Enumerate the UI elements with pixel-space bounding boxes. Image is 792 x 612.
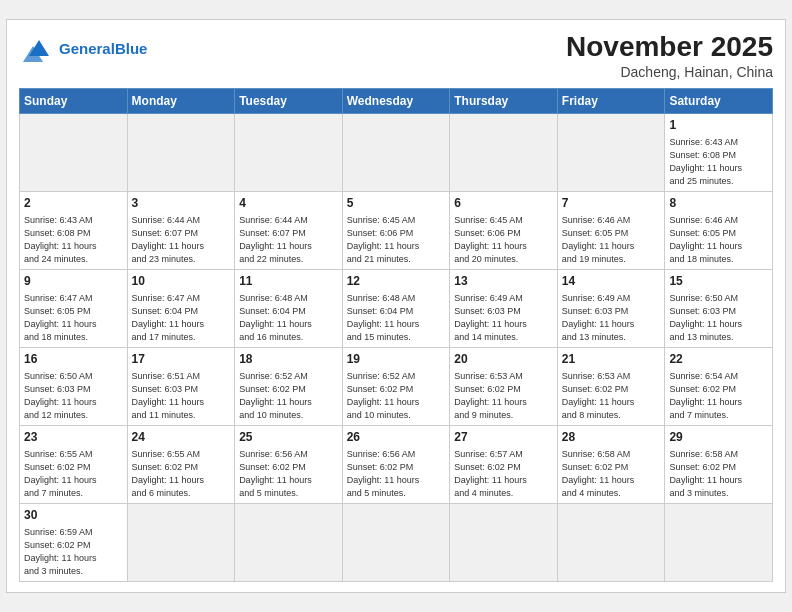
day-cell xyxy=(450,113,558,191)
day-cell: 28Sunrise: 6:58 AM Sunset: 6:02 PM Dayli… xyxy=(557,425,665,503)
day-info: Sunrise: 6:55 AM Sunset: 6:02 PM Dayligh… xyxy=(24,448,123,500)
day-cell: 9Sunrise: 6:47 AM Sunset: 6:05 PM Daylig… xyxy=(20,269,128,347)
day-cell: 21Sunrise: 6:53 AM Sunset: 6:02 PM Dayli… xyxy=(557,347,665,425)
day-cell: 5Sunrise: 6:45 AM Sunset: 6:06 PM Daylig… xyxy=(342,191,450,269)
day-info: Sunrise: 6:58 AM Sunset: 6:02 PM Dayligh… xyxy=(562,448,661,500)
day-number: 12 xyxy=(347,273,446,290)
day-cell: 26Sunrise: 6:56 AM Sunset: 6:02 PM Dayli… xyxy=(342,425,450,503)
day-info: Sunrise: 6:43 AM Sunset: 6:08 PM Dayligh… xyxy=(24,214,123,266)
day-info: Sunrise: 6:47 AM Sunset: 6:04 PM Dayligh… xyxy=(132,292,231,344)
day-cell: 8Sunrise: 6:46 AM Sunset: 6:05 PM Daylig… xyxy=(665,191,773,269)
day-cell: 19Sunrise: 6:52 AM Sunset: 6:02 PM Dayli… xyxy=(342,347,450,425)
day-number: 23 xyxy=(24,429,123,446)
day-number: 22 xyxy=(669,351,768,368)
day-cell: 18Sunrise: 6:52 AM Sunset: 6:02 PM Dayli… xyxy=(235,347,343,425)
week-row-0: 1Sunrise: 6:43 AM Sunset: 6:08 PM Daylig… xyxy=(20,113,773,191)
day-info: Sunrise: 6:44 AM Sunset: 6:07 PM Dayligh… xyxy=(239,214,338,266)
col-header-sunday: Sunday xyxy=(20,88,128,113)
header-row: SundayMondayTuesdayWednesdayThursdayFrid… xyxy=(20,88,773,113)
day-number: 2 xyxy=(24,195,123,212)
day-number: 30 xyxy=(24,507,123,524)
day-number: 13 xyxy=(454,273,553,290)
day-cell xyxy=(557,113,665,191)
day-cell xyxy=(342,503,450,581)
day-number: 7 xyxy=(562,195,661,212)
col-header-saturday: Saturday xyxy=(665,88,773,113)
day-info: Sunrise: 6:47 AM Sunset: 6:05 PM Dayligh… xyxy=(24,292,123,344)
day-number: 14 xyxy=(562,273,661,290)
day-number: 25 xyxy=(239,429,338,446)
day-cell xyxy=(20,113,128,191)
col-header-tuesday: Tuesday xyxy=(235,88,343,113)
col-header-thursday: Thursday xyxy=(450,88,558,113)
day-info: Sunrise: 6:52 AM Sunset: 6:02 PM Dayligh… xyxy=(239,370,338,422)
day-cell: 17Sunrise: 6:51 AM Sunset: 6:03 PM Dayli… xyxy=(127,347,235,425)
day-number: 26 xyxy=(347,429,446,446)
day-number: 17 xyxy=(132,351,231,368)
week-row-1: 2Sunrise: 6:43 AM Sunset: 6:08 PM Daylig… xyxy=(20,191,773,269)
day-info: Sunrise: 6:44 AM Sunset: 6:07 PM Dayligh… xyxy=(132,214,231,266)
day-cell: 13Sunrise: 6:49 AM Sunset: 6:03 PM Dayli… xyxy=(450,269,558,347)
header: GeneralBlue November 2025 Dacheng, Haina… xyxy=(19,30,773,80)
day-cell: 14Sunrise: 6:49 AM Sunset: 6:03 PM Dayli… xyxy=(557,269,665,347)
day-cell xyxy=(665,503,773,581)
day-cell: 6Sunrise: 6:45 AM Sunset: 6:06 PM Daylig… xyxy=(450,191,558,269)
day-cell xyxy=(127,503,235,581)
day-info: Sunrise: 6:59 AM Sunset: 6:02 PM Dayligh… xyxy=(24,526,123,578)
location-subtitle: Dacheng, Hainan, China xyxy=(566,64,773,80)
day-info: Sunrise: 6:43 AM Sunset: 6:08 PM Dayligh… xyxy=(669,136,768,188)
day-number: 20 xyxy=(454,351,553,368)
logo-icon xyxy=(19,34,55,64)
day-cell: 27Sunrise: 6:57 AM Sunset: 6:02 PM Dayli… xyxy=(450,425,558,503)
day-cell: 15Sunrise: 6:50 AM Sunset: 6:03 PM Dayli… xyxy=(665,269,773,347)
col-header-friday: Friday xyxy=(557,88,665,113)
day-info: Sunrise: 6:48 AM Sunset: 6:04 PM Dayligh… xyxy=(239,292,338,344)
day-number: 19 xyxy=(347,351,446,368)
day-cell: 2Sunrise: 6:43 AM Sunset: 6:08 PM Daylig… xyxy=(20,191,128,269)
day-number: 5 xyxy=(347,195,446,212)
day-cell: 1Sunrise: 6:43 AM Sunset: 6:08 PM Daylig… xyxy=(665,113,773,191)
day-info: Sunrise: 6:51 AM Sunset: 6:03 PM Dayligh… xyxy=(132,370,231,422)
day-number: 28 xyxy=(562,429,661,446)
day-info: Sunrise: 6:58 AM Sunset: 6:02 PM Dayligh… xyxy=(669,448,768,500)
day-number: 1 xyxy=(669,117,768,134)
day-number: 21 xyxy=(562,351,661,368)
col-header-monday: Monday xyxy=(127,88,235,113)
day-number: 11 xyxy=(239,273,338,290)
day-cell: 24Sunrise: 6:55 AM Sunset: 6:02 PM Dayli… xyxy=(127,425,235,503)
logo-text: GeneralBlue xyxy=(59,41,147,58)
day-cell: 11Sunrise: 6:48 AM Sunset: 6:04 PM Dayli… xyxy=(235,269,343,347)
day-number: 10 xyxy=(132,273,231,290)
month-title: November 2025 xyxy=(566,30,773,64)
day-cell: 22Sunrise: 6:54 AM Sunset: 6:02 PM Dayli… xyxy=(665,347,773,425)
day-info: Sunrise: 6:53 AM Sunset: 6:02 PM Dayligh… xyxy=(454,370,553,422)
day-cell: 10Sunrise: 6:47 AM Sunset: 6:04 PM Dayli… xyxy=(127,269,235,347)
day-number: 29 xyxy=(669,429,768,446)
day-number: 15 xyxy=(669,273,768,290)
day-info: Sunrise: 6:49 AM Sunset: 6:03 PM Dayligh… xyxy=(562,292,661,344)
day-info: Sunrise: 6:50 AM Sunset: 6:03 PM Dayligh… xyxy=(669,292,768,344)
day-cell: 12Sunrise: 6:48 AM Sunset: 6:04 PM Dayli… xyxy=(342,269,450,347)
day-number: 6 xyxy=(454,195,553,212)
day-info: Sunrise: 6:56 AM Sunset: 6:02 PM Dayligh… xyxy=(239,448,338,500)
logo-general: General xyxy=(59,40,115,57)
day-cell xyxy=(235,503,343,581)
week-row-3: 16Sunrise: 6:50 AM Sunset: 6:03 PM Dayli… xyxy=(20,347,773,425)
calendar-container: GeneralBlue November 2025 Dacheng, Haina… xyxy=(6,19,786,593)
day-cell xyxy=(450,503,558,581)
day-number: 4 xyxy=(239,195,338,212)
day-info: Sunrise: 6:53 AM Sunset: 6:02 PM Dayligh… xyxy=(562,370,661,422)
day-number: 16 xyxy=(24,351,123,368)
calendar-table: SundayMondayTuesdayWednesdayThursdayFrid… xyxy=(19,88,773,582)
day-cell: 3Sunrise: 6:44 AM Sunset: 6:07 PM Daylig… xyxy=(127,191,235,269)
day-info: Sunrise: 6:45 AM Sunset: 6:06 PM Dayligh… xyxy=(454,214,553,266)
day-info: Sunrise: 6:50 AM Sunset: 6:03 PM Dayligh… xyxy=(24,370,123,422)
day-number: 24 xyxy=(132,429,231,446)
day-info: Sunrise: 6:52 AM Sunset: 6:02 PM Dayligh… xyxy=(347,370,446,422)
day-cell xyxy=(557,503,665,581)
day-info: Sunrise: 6:45 AM Sunset: 6:06 PM Dayligh… xyxy=(347,214,446,266)
day-info: Sunrise: 6:48 AM Sunset: 6:04 PM Dayligh… xyxy=(347,292,446,344)
day-info: Sunrise: 6:46 AM Sunset: 6:05 PM Dayligh… xyxy=(669,214,768,266)
day-cell: 29Sunrise: 6:58 AM Sunset: 6:02 PM Dayli… xyxy=(665,425,773,503)
week-row-2: 9Sunrise: 6:47 AM Sunset: 6:05 PM Daylig… xyxy=(20,269,773,347)
